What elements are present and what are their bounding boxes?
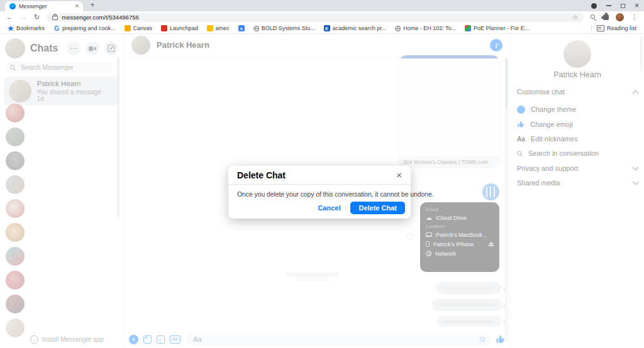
- window-badge-icon: [591, 3, 597, 9]
- bookmark-bookmarks[interactable]: Bookmarks: [8, 25, 45, 31]
- ebsco-favicon-icon: [324, 25, 330, 31]
- toolbar-search-icon[interactable]: [591, 14, 596, 20]
- window-controls: [591, 0, 639, 11]
- close-window-button[interactable]: [635, 2, 639, 9]
- back-button[interactable]: [6, 14, 13, 21]
- reading-list-icon: [597, 25, 604, 31]
- canvas-favicon-icon: [125, 25, 131, 31]
- profile-avatar[interactable]: [616, 13, 624, 21]
- delete-chat-dialog: Delete Chat Once you delete your copy of…: [228, 166, 411, 219]
- divider: [591, 25, 592, 31]
- browser-window: Messenger messenger.com/t/534496756 Book…: [0, 0, 644, 348]
- bookmark-poe-planner[interactable]: PoE Planner - For E...: [465, 25, 529, 31]
- cancel-button[interactable]: Cancel: [318, 204, 340, 212]
- bookmark-amec[interactable]: amec: [207, 25, 230, 31]
- close-icon[interactable]: [396, 170, 402, 180]
- poe-favicon-icon: [465, 25, 471, 31]
- extensions-puzzle-icon[interactable]: [603, 14, 609, 20]
- browser-tab[interactable]: Messenger: [5, 1, 83, 11]
- bookmark-preparing[interactable]: preparing and cook...: [53, 25, 116, 31]
- bookmark-star-icon[interactable]: [572, 14, 578, 21]
- bookmark-favicon-only[interactable]: [238, 25, 245, 31]
- google-favicon-icon: [53, 25, 60, 31]
- globe-favicon-icon: [395, 26, 401, 31]
- amec-favicon-icon: [207, 25, 213, 31]
- blue-favicon-icon: [238, 25, 245, 31]
- tab-title: Messenger: [19, 3, 72, 9]
- bookmark-home-eh102[interactable]: Home - EH 102: To...: [395, 25, 456, 31]
- dialog-title: Delete Chat: [237, 170, 286, 180]
- secure-lock-icon[interactable]: [52, 16, 58, 20]
- dialog-footer: Cancel Delete Chat: [318, 202, 405, 214]
- browser-menu-icon[interactable]: [631, 14, 638, 21]
- minimize-button[interactable]: [606, 5, 611, 6]
- maximize-button[interactable]: [621, 4, 625, 8]
- browser-toolbar: messenger.com/t/534496756: [0, 11, 644, 23]
- tab-close-icon[interactable]: [75, 3, 79, 9]
- globe-favicon-icon: [253, 26, 259, 31]
- forward-button[interactable]: [20, 14, 27, 21]
- new-tab-button[interactable]: [88, 1, 97, 10]
- bookmark-bold-systems[interactable]: BOLD Systems Stu...: [253, 25, 315, 31]
- address-bar[interactable]: messenger.com/t/534496756: [47, 13, 584, 22]
- dialog-body-text: Once you delete your copy of this conver…: [228, 185, 411, 198]
- bookmark-canvas[interactable]: Canvas: [125, 25, 153, 31]
- bookmark-launchpad[interactable]: Launchpad: [161, 25, 198, 31]
- tab-strip: Messenger: [0, 0, 644, 11]
- reading-list-button[interactable]: Reading list: [597, 25, 636, 31]
- star-favicon-icon: [8, 25, 14, 31]
- bookmarks-bar: Bookmarks preparing and cook... Canvas L…: [0, 23, 644, 34]
- bookmarks-right: Reading list: [591, 25, 636, 31]
- url-text[interactable]: messenger.com/t/534496756: [62, 14, 139, 21]
- launchpad-favicon-icon: [161, 25, 167, 31]
- dialog-header: Delete Chat: [228, 166, 411, 185]
- refresh-button[interactable]: [34, 14, 40, 21]
- delete-chat-button[interactable]: Delete Chat: [350, 202, 405, 214]
- messenger-logo-icon: [9, 3, 16, 9]
- bookmark-academic-search[interactable]: academic search pr...: [324, 25, 387, 31]
